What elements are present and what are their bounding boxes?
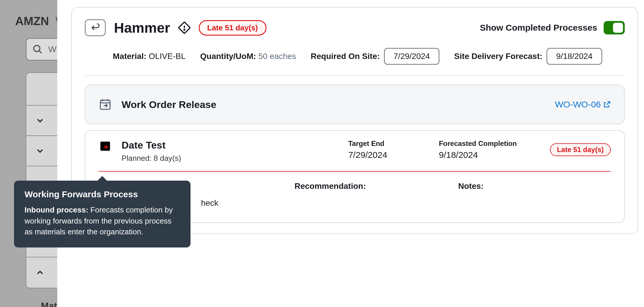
return-icon	[90, 24, 101, 32]
forecasted-completion-label: Forecasted Completion	[439, 139, 550, 148]
target-end-block: Target End 7/29/2024	[348, 139, 439, 160]
svg-rect-5	[101, 100, 110, 109]
toggle-label: Show Completed Processes	[480, 23, 597, 33]
sidebar-partial-label: Mat	[41, 301, 57, 307]
process-columns: Target End 7/29/2024 Forecasted Completi…	[348, 139, 611, 160]
calendar-arrow-icon	[99, 98, 112, 111]
material-value: OLIVE-BL	[149, 52, 186, 61]
target-end-value: 7/29/2024	[348, 150, 439, 160]
svg-point-0	[34, 46, 40, 52]
forecast-date-input[interactable]: 9/18/2024	[546, 48, 602, 65]
show-completed-toggle[interactable]	[604, 21, 625, 34]
chevron-down-icon	[35, 116, 45, 125]
quantity-label: Quantity/UoM:	[200, 52, 256, 61]
tooltip-title: Working Forwards Process	[25, 189, 180, 199]
required-label: Required On Site:	[311, 52, 380, 61]
tooltip-body: Inbound process: Forecasts completion by…	[25, 205, 180, 238]
work-order-link[interactable]: WO-WO-06	[555, 100, 611, 109]
search-placeholder: W	[48, 44, 56, 54]
process-header: Date Test Planned: 8 day(s) Target End 7…	[99, 139, 611, 163]
status-badge-late: Late 51 day(s)	[199, 20, 266, 36]
target-end-label: Target End	[348, 139, 439, 148]
tooltip-working-forwards: Working Forwards Process Inbound process…	[14, 181, 191, 247]
work-order-link-text: WO-WO-06	[555, 100, 601, 109]
toggle-knob	[613, 23, 623, 33]
notes-label: Notes:	[458, 182, 611, 208]
forecast-label: Site Delivery Forecast:	[454, 52, 542, 61]
quantity-value: 50 eaches	[258, 52, 296, 61]
svg-rect-9	[101, 142, 110, 151]
svg-line-1	[39, 51, 42, 53]
required-date-input[interactable]: 7/29/2024	[384, 48, 440, 65]
external-link-icon	[603, 101, 611, 108]
process-divider	[99, 171, 611, 172]
title-row: Hammer Late 51 day(s) Show Completed Pro…	[85, 19, 625, 36]
divider	[85, 75, 625, 76]
forecasted-completion-value: 9/18/2024	[439, 150, 550, 160]
calendar-arrow-icon	[99, 139, 112, 152]
meta-row: Material: OLIVE-BL Quantity/UoM: 50 each…	[85, 48, 625, 65]
process-check-text: heck	[201, 198, 295, 208]
alert-diamond-icon	[178, 22, 191, 34]
meta-quantity: Quantity/UoM: 50 eaches	[200, 52, 296, 61]
meta-required: Required On Site: 7/29/2024	[311, 48, 439, 65]
work-order-release-title: Work Order Release	[122, 99, 216, 110]
svg-point-4	[184, 29, 185, 30]
back-button[interactable]	[85, 19, 106, 36]
meta-forecast: Site Delivery Forecast: 9/18/2024	[454, 48, 602, 65]
process-name: Date Test	[122, 139, 181, 151]
material-label: Material:	[113, 52, 146, 61]
process-badge-wrap: Late 51 day(s)	[550, 143, 611, 156]
chevron-up-icon	[35, 268, 45, 278]
meta-material: Material: OLIVE-BL	[113, 52, 186, 61]
process-title-block: Date Test Planned: 8 day(s)	[122, 139, 181, 163]
work-order-release-card: Work Order Release WO-WO-06	[85, 85, 625, 124]
search-icon	[32, 44, 43, 55]
tooltip-body-bold: Inbound process:	[25, 205, 88, 214]
detail-drawer: Hammer Late 51 day(s) Show Completed Pro…	[57, 0, 644, 307]
recommendation-label: Recommendation:	[295, 182, 458, 208]
process-planned: Planned: 8 day(s)	[122, 154, 181, 163]
chevron-down-icon	[35, 146, 45, 156]
page-title: Hammer	[114, 20, 170, 36]
brand-text: AMZN	[15, 15, 49, 27]
forecasted-completion-block: Forecasted Completion 9/18/2024	[439, 139, 550, 160]
status-badge-late: Late 51 day(s)	[550, 143, 611, 156]
